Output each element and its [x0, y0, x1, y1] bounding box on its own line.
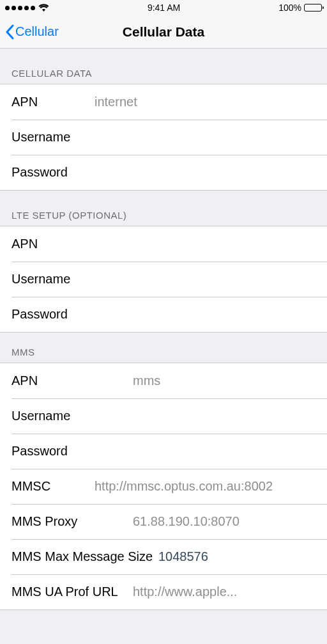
input-mms-password[interactable] [95, 444, 316, 459]
row-mms-username[interactable]: Username [0, 398, 327, 434]
input-mms-username[interactable] [95, 409, 316, 423]
section-header-lte: LTE SETUP (OPTIONAL) [0, 191, 327, 226]
input-cd-username[interactable] [95, 130, 316, 145]
input-cd-password[interactable] [95, 165, 316, 180]
input-lte-apn[interactable] [95, 237, 316, 251]
input-mms-max-size[interactable] [158, 549, 316, 564]
chevron-left-icon [5, 24, 14, 40]
back-label: Cellular [15, 24, 59, 39]
status-left [5, 4, 49, 12]
section-header-cellular-data: CELLULAR DATA [0, 49, 327, 84]
row-mms-mmsc[interactable]: MMSC [0, 469, 327, 504]
row-mms-ua-prof[interactable]: MMS UA Prof URL http://www.apple... [0, 574, 327, 609]
label-cd-password: Password [11, 165, 95, 180]
row-cd-apn[interactable]: APN [0, 84, 327, 120]
label-mms-proxy: MMS Proxy [11, 514, 133, 529]
input-mms-mmsc[interactable] [95, 479, 316, 494]
row-mms-apn[interactable]: APN [0, 363, 327, 398]
input-lte-username[interactable] [95, 272, 316, 287]
status-bar: 9:41 AM 100% [0, 0, 327, 15]
back-button[interactable]: Cellular [5, 24, 59, 40]
input-mms-proxy[interactable] [133, 514, 316, 529]
group-cellular-data: APN Username Password [0, 84, 327, 191]
label-cd-apn: APN [11, 95, 95, 109]
input-mms-apn[interactable] [133, 373, 316, 388]
label-mms-max-size: MMS Max Message Size [11, 549, 158, 564]
row-lte-apn[interactable]: APN [0, 226, 327, 262]
row-lte-username[interactable]: Username [0, 262, 327, 297]
label-mms-password: Password [11, 444, 95, 459]
battery-pct: 100% [278, 3, 301, 13]
battery-icon [304, 4, 322, 12]
input-mms-ua-prof[interactable]: http://www.apple... [133, 585, 316, 599]
row-cd-password[interactable]: Password [0, 155, 327, 190]
content-scroll[interactable]: CELLULAR DATA APN Username Password LTE … [0, 49, 327, 644]
label-lte-username: Username [11, 272, 95, 287]
status-right: 100% [278, 3, 322, 13]
label-mms-username: Username [11, 409, 95, 423]
nav-bar: Cellular Cellular Data [0, 15, 327, 49]
label-lte-apn: APN [11, 237, 95, 251]
group-lte: APN Username Password [0, 226, 327, 333]
section-header-mms: MMS [0, 333, 327, 363]
status-time: 9:41 AM [148, 3, 180, 13]
label-mms-mmsc: MMSC [11, 479, 95, 494]
row-mms-password[interactable]: Password [0, 434, 327, 469]
group-mms: APN Username Password MMSC MMS Proxy MMS… [0, 363, 327, 610]
wifi-icon [38, 4, 49, 12]
row-lte-password[interactable]: Password [0, 297, 327, 332]
input-cd-apn[interactable] [95, 95, 316, 109]
input-lte-password[interactable] [95, 307, 316, 322]
row-cd-username[interactable]: Username [0, 120, 327, 155]
row-mms-max-size[interactable]: MMS Max Message Size [0, 539, 327, 574]
row-mms-proxy[interactable]: MMS Proxy [0, 504, 327, 539]
signal-dots [5, 6, 35, 10]
label-cd-username: Username [11, 130, 95, 145]
label-mms-ua-prof: MMS UA Prof URL [11, 585, 133, 599]
label-lte-password: Password [11, 307, 95, 322]
label-mms-apn: APN [11, 373, 133, 388]
